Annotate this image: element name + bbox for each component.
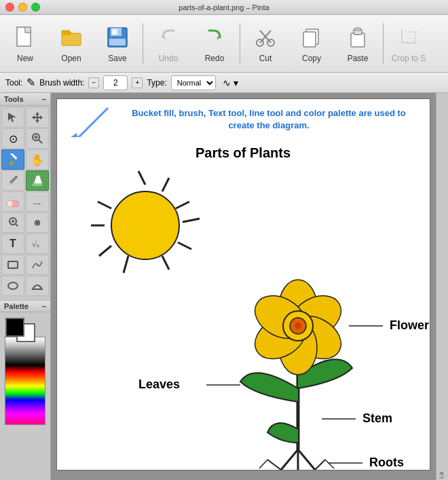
tool-pencil-icon: ✎ xyxy=(26,76,35,89)
main-area: Tools – ⊙ xyxy=(0,93,448,480)
svg-marker-36 xyxy=(34,176,42,184)
main-toolbar: New Open Save xyxy=(0,15,448,73)
svg-line-54 xyxy=(98,202,111,208)
brush-width-increase[interactable]: + xyxy=(132,77,143,88)
minimize-button[interactable] xyxy=(18,3,27,12)
eraser-tool[interactable] xyxy=(1,191,24,212)
paste-button[interactable]: Paste xyxy=(335,17,380,70)
tools-panel-header: Tools – xyxy=(0,93,50,106)
svg-line-71 xyxy=(281,449,298,470)
fill-tool[interactable] xyxy=(26,170,49,191)
svg-line-58 xyxy=(162,256,169,270)
close-button[interactable] xyxy=(5,3,14,12)
svg-line-57 xyxy=(124,256,128,273)
tool-label: Tool: xyxy=(5,78,22,88)
hand-tool[interactable]: ✋ xyxy=(26,149,49,170)
color-strip[interactable] xyxy=(5,337,45,425)
type-select[interactable]: Normal Dash Dotted xyxy=(171,75,216,90)
primary-color-swatch[interactable] xyxy=(5,318,24,337)
right-panel-label: La xyxy=(436,93,446,480)
undo-button[interactable]: Undo xyxy=(146,17,191,70)
palette-header: Palette – xyxy=(0,300,50,312)
svg-rect-4 xyxy=(62,33,81,45)
clone-tool[interactable]: … xyxy=(26,191,49,212)
canvas-area[interactable]: Bucket fill, brush, Text tool, line tool… xyxy=(51,93,436,480)
new-label: New xyxy=(17,54,33,63)
crop-label: Crop to S xyxy=(392,54,426,63)
tools-panel: Tools – ⊙ xyxy=(0,93,51,480)
roots-label: Roots xyxy=(369,456,404,469)
svg-rect-18 xyxy=(351,33,365,47)
separator-3 xyxy=(383,23,384,64)
new-button[interactable]: New xyxy=(3,17,48,70)
ellipse-tool[interactable] xyxy=(1,276,24,296)
svg-rect-17 xyxy=(303,32,316,47)
tools-panel-collapse[interactable]: – xyxy=(42,95,46,103)
svg-rect-32 xyxy=(10,162,13,165)
tools-panel-title: Tools xyxy=(4,95,24,103)
palette-collapse[interactable]: – xyxy=(42,302,46,310)
formula-tool[interactable]: √ x xyxy=(26,234,49,254)
cut-button[interactable]: Cut xyxy=(243,17,288,70)
svg-line-80 xyxy=(259,460,267,468)
svg-rect-5 xyxy=(62,31,70,35)
copy-button[interactable]: Copy xyxy=(289,17,334,70)
svg-rect-37 xyxy=(33,183,42,186)
svg-rect-39 xyxy=(7,201,12,206)
maximize-button[interactable] xyxy=(31,3,40,12)
drawing-canvas[interactable]: Parts of Plants xyxy=(57,137,429,470)
color-picker-tool[interactable] xyxy=(1,213,24,233)
svg-marker-26 xyxy=(32,112,43,123)
lasso-tool[interactable]: ⊙ xyxy=(1,128,24,149)
save-icon xyxy=(104,24,131,51)
svg-line-60 xyxy=(183,219,200,222)
brush-width-input[interactable]: 2 xyxy=(103,75,128,90)
arrow-tool[interactable] xyxy=(1,107,24,128)
crop-button[interactable]: Crop to S xyxy=(386,17,431,70)
rect-tool[interactable] xyxy=(1,255,24,275)
titlebar-buttons xyxy=(5,3,40,12)
svg-line-53 xyxy=(176,202,189,208)
svg-line-52 xyxy=(162,178,169,191)
stem-label: Stem xyxy=(362,411,392,425)
save-label: Save xyxy=(108,54,126,63)
svg-rect-31 xyxy=(10,153,18,160)
shape-tool[interactable] xyxy=(26,276,49,296)
svg-rect-45 xyxy=(8,261,18,268)
svg-line-28 xyxy=(39,140,42,143)
cut-label: Cut xyxy=(259,54,272,63)
move-tool[interactable] xyxy=(26,107,49,128)
leaves-label: Leaves xyxy=(138,377,180,391)
svg-rect-8 xyxy=(112,29,117,35)
palette-colors xyxy=(0,312,50,428)
save-button[interactable]: Save xyxy=(95,17,140,70)
svg-rect-2 xyxy=(25,27,31,33)
open-label: Open xyxy=(61,54,81,63)
open-button[interactable]: Open xyxy=(49,17,94,70)
svg-point-70 xyxy=(295,322,301,329)
pencil-tool[interactable] xyxy=(1,170,24,191)
svg-point-50 xyxy=(111,191,179,259)
svg-text:Parts of Plants: Parts of Plants xyxy=(195,145,291,160)
tools-grid: ⊙ ✋ xyxy=(0,106,50,297)
separator-2 xyxy=(240,23,240,64)
svg-rect-20 xyxy=(355,28,360,31)
text-tool[interactable]: T xyxy=(1,234,24,254)
brush-width-decrease[interactable]: − xyxy=(88,77,99,88)
crop-icon xyxy=(395,24,422,51)
right-panel: La xyxy=(436,93,448,480)
undo-icon xyxy=(155,24,182,51)
svg-line-41 xyxy=(16,224,18,226)
curve-icon: ∿ ▾ xyxy=(223,77,238,88)
svg-line-78 xyxy=(315,460,325,470)
undo-label: Undo xyxy=(159,54,179,63)
primary-colors-display xyxy=(3,315,48,334)
zoom-tool[interactable] xyxy=(26,128,49,149)
clone-stamp-tool[interactable]: ⊗ xyxy=(26,213,49,233)
new-icon xyxy=(12,24,39,51)
open-icon xyxy=(58,24,85,51)
brush-tool[interactable] xyxy=(1,149,24,170)
freeform-tool[interactable] xyxy=(26,255,49,275)
redo-button[interactable]: Redo xyxy=(192,17,237,70)
paste-label: Paste xyxy=(348,54,369,63)
